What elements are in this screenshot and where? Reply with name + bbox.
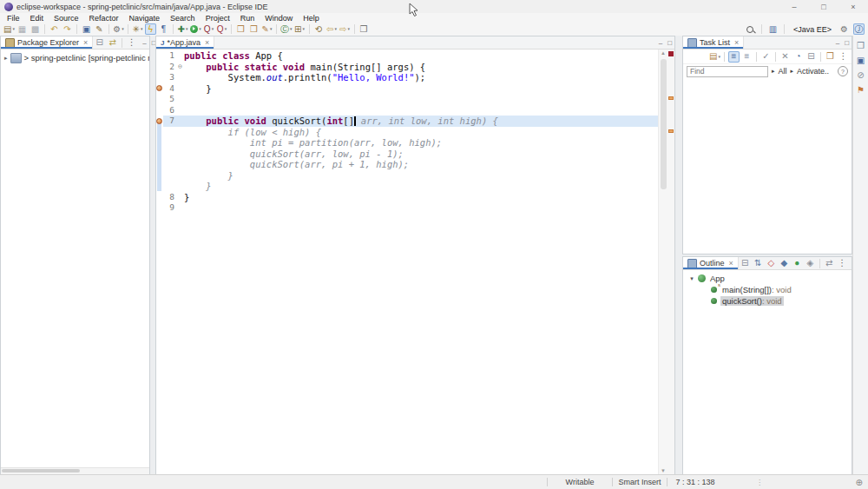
code-line-9[interactable]: 9 <box>156 202 659 214</box>
view-menu-icon[interactable]: ⋮ <box>126 37 137 49</box>
collapse-all-icon[interactable]: ⊟ <box>94 37 105 49</box>
maximize-view-icon[interactable]: □ <box>667 39 672 47</box>
menu-edit[interactable]: Edit <box>25 14 49 23</box>
save-icon[interactable]: ▦ <box>16 23 28 35</box>
hide-non-public-icon[interactable]: ● <box>792 258 803 269</box>
code-line-8[interactable]: 8} <box>156 192 659 203</box>
menu-file[interactable]: File <box>2 14 25 23</box>
code-lines[interactable]: 1public class App {2⊖ public static void… <box>156 50 659 214</box>
debug-icon[interactable]: ✚▾ <box>177 23 188 35</box>
tree-item-spring-petclinic[interactable]: ▸ > spring-petclinic [spring-petclinic m… <box>1 52 149 63</box>
code-text[interactable] <box>184 94 659 105</box>
hide-fields-icon[interactable]: ◇ <box>766 258 777 269</box>
annotation-ruler-cell[interactable] <box>156 202 163 214</box>
dropdown-arrow-icon[interactable]: ▾ <box>12 27 15 31</box>
editor-vertical-scrollbar[interactable]: ▲ ▼ <box>658 50 667 474</box>
last-edit-location-icon[interactable]: ⟲ <box>313 23 325 35</box>
group-by-schedule-icon[interactable]: ≡ <box>741 51 753 63</box>
inline-suggestion-marker-icon[interactable] <box>156 118 162 124</box>
code-line-ghost[interactable]: } <box>156 170 659 182</box>
pin-editor-icon[interactable]: ❐ <box>358 23 370 35</box>
menu-help[interactable]: Help <box>298 14 325 23</box>
undo-icon[interactable]: ↶ <box>49 23 60 35</box>
annotation-ruler-cell[interactable] <box>156 127 163 138</box>
tab-task-list[interactable]: Task List × <box>683 36 744 49</box>
outline-item-main-string[interactable]: smain(String[]) : void <box>683 284 852 295</box>
find-input[interactable] <box>687 66 768 77</box>
all-filter-button[interactable]: All <box>779 67 787 76</box>
dropdown-arrow-icon[interactable]: ▾ <box>302 27 305 31</box>
outline-item-quicksort[interactable]: quickSort() : void <box>683 295 852 307</box>
menu-run[interactable]: Run <box>235 14 260 23</box>
hide-local-types-icon[interactable]: ◈ <box>805 258 816 269</box>
run-icon[interactable]: ▾ <box>190 23 201 35</box>
annotation-ruler-cell[interactable] <box>156 50 163 62</box>
code-text[interactable] <box>184 105 659 116</box>
maximize-button[interactable]: □ <box>819 3 829 11</box>
minimize-button[interactable]: – <box>789 3 799 11</box>
annotation-ruler-cell[interactable] <box>156 72 163 83</box>
annotation-ruler-cell[interactable] <box>156 137 163 149</box>
annotation-ruler-cell[interactable] <box>156 159 163 170</box>
code-text[interactable]: public class App { <box>184 50 659 62</box>
tab-app-java[interactable]: J *App.java × <box>156 36 214 49</box>
code-line-3[interactable]: 3 System.out.println("Hello, World!"); <box>156 72 659 83</box>
dropdown-arrow-icon[interactable]: ▾ <box>199 27 201 31</box>
dropdown-arrow-icon[interactable]: ▾ <box>290 27 293 31</box>
code-line-5[interactable]: 5 <box>156 94 659 105</box>
scroll-up-icon[interactable]: ▲ <box>659 50 667 56</box>
horizontal-scrollbar[interactable] <box>1 467 149 474</box>
open-console-icon[interactable]: ▣ <box>81 23 92 35</box>
import-folder-icon[interactable]: ❒ <box>248 23 260 35</box>
minimized-bookmark-icon[interactable]: ⚑ <box>855 84 866 96</box>
coverage-icon[interactable]: Q▾ <box>216 23 227 35</box>
fold-icon[interactable]: ⊖ <box>176 62 184 73</box>
new-class-icon[interactable]: Ⓒ▾ <box>280 23 293 35</box>
code-line-4[interactable]: 4 } <box>156 83 659 95</box>
code-text[interactable]: public static void main(String[] args) { <box>184 62 659 73</box>
annotation-ruler-cell[interactable] <box>156 83 163 95</box>
code-text[interactable] <box>184 202 659 214</box>
lightning-icon[interactable]: ϟ <box>145 23 156 35</box>
link-with-editor-icon[interactable]: ⇄ <box>107 37 118 49</box>
view-menu-icon[interactable]: ⋮ <box>837 258 848 269</box>
minimize-view-icon[interactable]: – <box>659 39 662 47</box>
overview-ruler[interactable] <box>667 50 674 474</box>
forward-icon[interactable]: ⇨▾ <box>339 23 351 35</box>
collapse-tasks-icon[interactable]: ⊟ <box>806 51 817 63</box>
code-editor[interactable]: 1public class App {2⊖ public static void… <box>156 50 674 474</box>
show-whitespace-icon[interactable]: ¶ <box>158 23 169 35</box>
close-button[interactable]: × <box>848 3 858 11</box>
view-menu-icon[interactable]: ⋮ <box>838 51 849 63</box>
java-ee-perspective-button[interactable]: <Java EE> <box>789 23 836 36</box>
inline-suggestion-marker-icon[interactable] <box>156 85 162 91</box>
sort-icon[interactable]: ⇅ <box>753 258 764 269</box>
new-package-icon[interactable]: ⊞▾ <box>294 23 306 35</box>
annotation-ruler-cell[interactable] <box>156 192 163 203</box>
code-text[interactable]: quickSort(arr, low, pi - 1); <box>184 149 659 160</box>
link-with-editor-icon[interactable]: ⇄ <box>824 258 835 269</box>
menu-window[interactable]: Window <box>260 14 298 23</box>
code-line-7[interactable]: 7 public void quickSort(int[] arr, int l… <box>156 116 659 127</box>
dropdown-arrow-icon[interactable]: ▾ <box>270 27 273 31</box>
annotation-ruler-cell[interactable] <box>156 62 163 73</box>
code-line-ghost[interactable]: quickSort(arr, pi + 1, high); <box>156 159 659 170</box>
menu-project[interactable]: Project <box>201 14 235 23</box>
minimize-view-icon[interactable]: – <box>836 39 839 47</box>
menu-refactor[interactable]: Refactor <box>84 14 124 23</box>
tab-package-explorer[interactable]: Package Explorer × <box>1 36 93 49</box>
scroll-down-icon[interactable]: ▼ <box>659 468 667 473</box>
annotation-ruler-cell[interactable] <box>156 105 163 116</box>
annotation-ruler-cell[interactable] <box>156 149 163 160</box>
collapse-all-icon[interactable]: ⊟ <box>740 258 751 269</box>
annotation-ruler-cell[interactable] <box>156 181 163 192</box>
filter-icon[interactable]: ✕ <box>779 51 791 63</box>
dropdown-arrow-icon[interactable]: ▾ <box>334 27 337 31</box>
outline-item-app[interactable]: ▾App <box>683 273 852 284</box>
code-text[interactable]: } <box>184 192 659 203</box>
expand-chevron-icon[interactable]: ▾ <box>688 275 695 282</box>
close-tab-icon[interactable]: × <box>83 38 88 47</box>
dropdown-arrow-icon[interactable]: ▾ <box>186 27 188 31</box>
activate-dropdown-arrow-icon[interactable]: ▸ <box>791 68 794 75</box>
overview-marker[interactable] <box>668 129 674 133</box>
